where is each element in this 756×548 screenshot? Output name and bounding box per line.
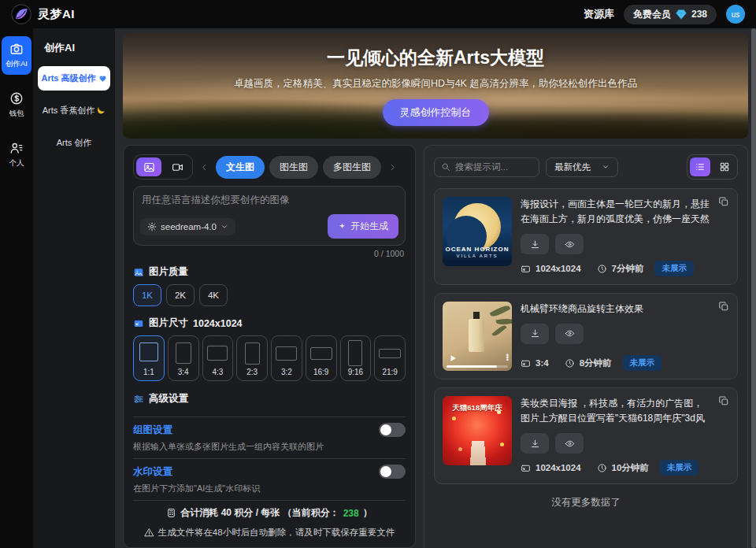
generate-button[interactable]: 开始生成 — [328, 214, 398, 239]
video-progress-bar[interactable] — [447, 365, 508, 368]
aspect-21-9[interactable]: 21:9 — [374, 335, 406, 381]
inspiration-console-button[interactable]: 灵感创作控制台 — [383, 99, 489, 126]
rail-item-profile[interactable]: 个人 — [2, 135, 32, 174]
sort-select[interactable]: 最新优先 — [546, 157, 618, 177]
model-name: seedream-4.0 — [161, 222, 217, 231]
watermark-setting-title[interactable]: 水印设置 — [133, 465, 172, 479]
list-icon — [695, 161, 706, 172]
list-view-button[interactable] — [690, 157, 710, 176]
warning-icon — [144, 528, 154, 538]
copy-icon[interactable] — [718, 395, 729, 406]
sidebar-item-label: Arts 香蕉创作 — [43, 105, 95, 117]
page-scrollbar[interactable] — [751, 28, 756, 548]
group-setting-title[interactable]: 组图设置 — [133, 424, 172, 437]
mode-toggle-group — [133, 154, 193, 180]
membership-pill[interactable]: 免费会员 238 — [624, 5, 717, 24]
quality-option-1k[interactable]: 1K — [133, 284, 161, 306]
camera-icon — [9, 42, 24, 56]
primary-rail: 创作AI 钱包 个人 — [0, 28, 33, 548]
person-icon — [9, 141, 24, 155]
preview-button[interactable] — [555, 324, 584, 344]
rail-item-label: 钱包 — [9, 109, 24, 119]
video-icon — [172, 161, 183, 173]
aspect-4-3[interactable]: 4:3 — [202, 335, 234, 381]
chevron-down-icon — [602, 163, 610, 171]
preview-button[interactable] — [555, 234, 584, 254]
sidebar-item-arts-banana[interactable]: Arts 香蕉创作 — [38, 98, 110, 123]
result-size: 1024x1024 — [536, 463, 581, 472]
download-button[interactable] — [521, 234, 549, 254]
result-card[interactable]: 天猫618周年庆 美妆类目海报 ，科技感，有活力的广告图，图片上方醒目位置写着"… — [434, 387, 738, 484]
aspect-2-3[interactable]: 2:3 — [236, 335, 268, 381]
result-card[interactable]: ••• 机械臂环绕商品旋转主体效果 — [434, 293, 738, 380]
resources-link[interactable]: 资源库 — [584, 7, 614, 21]
aspect-label: 3:4 — [178, 368, 189, 376]
user-avatar[interactable]: us — [726, 5, 745, 24]
result-prompt-text: 美妆类目海报 ，科技感，有活力的广告图，图片上方醒目位置写着"天猫618周年庆"… — [521, 396, 729, 426]
result-thumbnail[interactable]: 天猫618周年庆 — [443, 396, 512, 465]
clock-icon — [597, 463, 607, 473]
notice-text: 生成文件将在48小时后自动删除，请及时下载保存重要文件 — [158, 527, 395, 539]
aspect-shape — [348, 340, 362, 366]
copy-icon[interactable] — [718, 196, 729, 207]
rail-item-wallet[interactable]: 钱包 — [2, 86, 32, 124]
rail-item-label: 创作AI — [6, 59, 28, 69]
quality-section-title: 图片质量 — [149, 265, 188, 279]
aspect-9-16[interactable]: 9:16 — [340, 335, 372, 381]
play-icon[interactable] — [448, 354, 458, 363]
download-button[interactable] — [521, 324, 549, 344]
aspect-label: 2:3 — [246, 368, 258, 376]
size-section-title: 图片尺寸 — [149, 317, 188, 330]
sidebar-item-arts-create[interactable]: Arts 创作 — [38, 131, 110, 155]
aspect-1-1[interactable]: 1:1 — [133, 335, 165, 381]
leaf-shape — [496, 318, 512, 326]
status-badge: 未展示 — [623, 355, 662, 371]
tabs-next-icon[interactable] — [387, 162, 398, 172]
result-card[interactable]: OCEAN HORIZON VILLA ARTS 海报设计，画面主体是一轮巨大的… — [434, 188, 738, 285]
aspect-3-2[interactable]: 3:2 — [271, 335, 302, 381]
quality-option-4k[interactable]: 4K — [199, 284, 228, 306]
more-options-icon[interactable]: ••• — [506, 354, 509, 361]
aspect-label: 21:9 — [382, 368, 397, 376]
group-setting-toggle[interactable] — [379, 423, 406, 437]
cost-summary: 合计消耗 40 积分 / 每张 （当前积分： 238 ） — [133, 506, 406, 520]
image-size-icon — [133, 318, 144, 329]
rail-item-create-ai[interactable]: 创作AI — [2, 36, 32, 75]
aspect-label: 3:2 — [281, 368, 292, 376]
model-select[interactable]: seedream-4.0 — [140, 218, 235, 235]
preview-button[interactable] — [555, 433, 584, 454]
result-time: 10分钟前 — [612, 462, 649, 474]
result-prompt-text: 海报设计，画面主体是一轮巨大的新月，悬挂在海面上方，新月的弧度优美，仿佛一座天然… — [521, 197, 729, 227]
result-thumbnail[interactable]: ••• — [443, 302, 512, 371]
thumb-subtitle: VILLA ARTS — [443, 254, 512, 258]
sidebar-item-arts-premium[interactable]: Arts 高级创作 — [38, 66, 110, 91]
aspect-3-4[interactable]: 3:4 — [168, 335, 199, 381]
aspect-shape — [245, 342, 260, 365]
sidebar-item-label: Arts 创作 — [57, 137, 92, 149]
escalator-shape — [470, 441, 487, 465]
tabs-prev-icon[interactable] — [199, 162, 209, 172]
retention-notice: 生成文件将在48小时后自动删除，请及时下载保存重要文件 — [133, 527, 406, 539]
tab-image-to-image[interactable]: 图生图 — [269, 156, 318, 179]
tab-multi-image[interactable]: 多图生图 — [323, 156, 381, 179]
copy-icon[interactable] — [718, 301, 729, 312]
result-size: 3:4 — [536, 358, 549, 368]
chevron-down-icon — [220, 223, 228, 231]
video-mode-button[interactable] — [165, 157, 190, 176]
download-button[interactable] — [521, 433, 549, 454]
image-mode-button[interactable] — [136, 157, 161, 176]
aspect-shape — [379, 349, 401, 358]
aspect-icon — [521, 463, 531, 473]
secondary-sidebar: 创作AI Arts 高级创作 Arts 香蕉创作 Arts 创作 — [33, 28, 115, 548]
result-thumbnail[interactable]: OCEAN HORIZON VILLA ARTS — [443, 197, 512, 266]
char-counter: 0 / 1000 — [135, 249, 404, 258]
search-input[interactable] — [455, 162, 532, 172]
grid-view-button[interactable] — [714, 157, 735, 176]
quality-option-2k[interactable]: 2K — [166, 284, 195, 306]
rail-item-label: 个人 — [9, 158, 24, 168]
aspect-16-9[interactable]: 16:9 — [306, 335, 337, 381]
leaf-shape — [491, 324, 506, 337]
watermark-setting-toggle[interactable] — [379, 465, 406, 479]
aspect-shape — [176, 342, 191, 364]
tab-text-to-image[interactable]: 文生图 — [216, 156, 265, 179]
